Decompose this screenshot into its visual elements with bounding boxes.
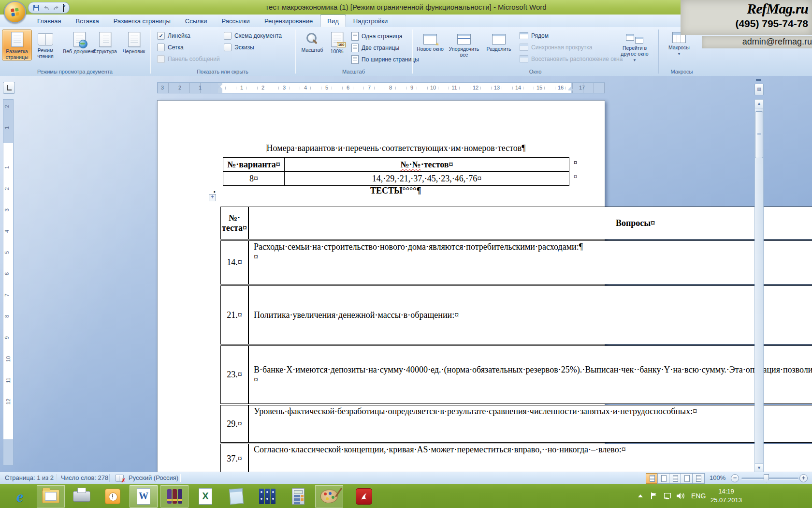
ruler-checkbox[interactable]: ✓ Линейка: [157, 32, 190, 40]
taskbar-adobe-reader[interactable]: [350, 485, 378, 508]
zoom-level[interactable]: 100%: [710, 472, 725, 484]
taskbar-internet-explorer[interactable]: e: [6, 485, 34, 508]
question-cell[interactable]: Расходы·семьи·на·строительство·нового·до…: [248, 240, 812, 284]
arrange-all-button[interactable]: Упорядочить все: [445, 30, 483, 58]
vertical-scrollbar[interactable]: ▲ ▼: [754, 99, 764, 473]
document-map-checkbox[interactable]: Схема документа: [224, 32, 282, 40]
print-layout-view-button[interactable]: [646, 473, 658, 484]
zoom-in-button[interactable]: +: [799, 474, 808, 482]
draft-view-button[interactable]: [692, 473, 705, 484]
gridlines-checkbox[interactable]: Сетка: [157, 44, 184, 51]
page-indicator[interactable]: Страница: 1 из 2: [5, 472, 54, 484]
language-indicator[interactable]: Русский (Россия): [129, 472, 178, 484]
taskbar-notes[interactable]: [222, 485, 250, 508]
col-header-num[interactable]: №· теста¤: [220, 207, 248, 239]
taskbar-scanner[interactable]: [68, 485, 96, 508]
outlook-icon: [105, 489, 120, 504]
zoom-button[interactable]: Масштаб: [298, 30, 326, 53]
zoom-out-button[interactable]: −: [731, 474, 739, 482]
variants-header-cell[interactable]: №·варианта¤: [223, 158, 285, 172]
proofing-error-icon[interactable]: [115, 475, 124, 482]
document-page[interactable]: Номера·вариантов·и·перечень·соответствую…: [157, 100, 605, 473]
question-cell[interactable]: Согласно·классической·концепции,·кривая·…: [248, 444, 812, 474]
tray-network[interactable]: [663, 484, 671, 508]
file-explorer-icon: [42, 490, 59, 503]
horizontal-ruler[interactable]: 3 2 1 1 2 3 4 5 6 7 8 9 10 11 12 13 14 1…: [157, 82, 605, 93]
web-view-button[interactable]: [669, 473, 682, 484]
page-width-button[interactable]: По ширине страницы: [351, 55, 419, 64]
left-indent-marker[interactable]: [218, 90, 222, 93]
tray-show-hidden-button[interactable]: [638, 484, 643, 508]
word-count[interactable]: Число слов: 278: [61, 472, 108, 484]
col-header-questions[interactable]: Вопросы¤: [248, 207, 812, 239]
question-cell[interactable]: Политика·увеличения·денежной·массы·в·обр…: [248, 285, 812, 344]
one-page-button[interactable]: Одна страница: [351, 32, 402, 41]
new-window-button[interactable]: Новое окно: [416, 30, 444, 52]
tab-stop-selector[interactable]: [3, 82, 15, 94]
zoom-slider-thumb[interactable]: [764, 474, 769, 482]
taskbar-word-active[interactable]: W: [130, 485, 158, 508]
zoom-100-button[interactable]: 100 100%: [326, 30, 348, 54]
tab-references[interactable]: Ссылки: [178, 15, 215, 27]
switch-windows-button[interactable]: Перейти в другое окно ▼: [614, 30, 655, 62]
checkbox-disabled-icon: [157, 55, 165, 63]
tray-action-center[interactable]: [651, 484, 656, 508]
ruler-number: 12: [473, 85, 478, 90]
tab-home[interactable]: Главная: [30, 15, 68, 27]
tray-language[interactable]: ENG: [691, 484, 706, 508]
table-move-handle-icon[interactable]: +: [209, 194, 216, 201]
group-label-macros: Макросы: [659, 69, 705, 75]
test-number-cell[interactable]: 29.¤: [220, 405, 248, 443]
tab-page-layout[interactable]: Разметка страницы: [106, 15, 178, 27]
variant-number-cell[interactable]: 8¤: [223, 172, 285, 186]
view-side-by-side-button[interactable]: Рядом: [520, 32, 549, 39]
question-cell[interactable]: Уровень·фактической·безработицы·определя…: [248, 405, 812, 443]
split-button[interactable]: Разделить: [484, 30, 514, 52]
split-handle[interactable]: [756, 79, 761, 81]
reading-mode-button[interactable]: Режим чтения: [32, 30, 59, 59]
tray-clock[interactable]: 14:19 25.07.2013: [710, 484, 742, 508]
reading-view-button[interactable]: [657, 473, 670, 484]
test-number-cell[interactable]: 21.¤: [220, 285, 248, 344]
test-number-cell[interactable]: 37.¤: [220, 444, 248, 474]
tab-insert[interactable]: Вставка: [68, 15, 106, 27]
tab-addins[interactable]: Надстройки: [346, 15, 395, 27]
print-layout-button[interactable]: Разметка страницы: [2, 30, 32, 60]
tests-numbers-header-cell[interactable]: №·№·тестов¤ ¤: [285, 158, 569, 172]
qat-customize-icon[interactable]: ▾: [63, 4, 64, 12]
tab-mailings[interactable]: Рассылки: [215, 15, 257, 27]
taskbar-outlook[interactable]: [99, 485, 127, 508]
draft-view-button[interactable]: Черновик: [120, 30, 148, 54]
test-number-cell[interactable]: 14.¤: [220, 240, 248, 284]
tab-review[interactable]: Рецензирование: [257, 15, 320, 27]
scroll-up-button[interactable]: ▲: [755, 100, 763, 108]
tests-numbers-cell[interactable]: 14,·29,·21,·37,·45,·23,·46,·76¤ ¤: [285, 172, 569, 186]
taskbar-library[interactable]: [253, 485, 281, 508]
outline-view-button[interactable]: [681, 473, 693, 484]
ruler-toggle-button[interactable]: ▤: [754, 84, 764, 95]
taskbar-paint[interactable]: [315, 485, 343, 508]
zoom-slider-track[interactable]: [741, 478, 798, 479]
save-icon[interactable]: [33, 5, 39, 11]
taskbar-excel[interactable]: X: [191, 485, 219, 508]
taskbar-calculator[interactable]: [284, 485, 312, 508]
word-icon: W: [137, 488, 150, 505]
row-end-mark: ¤: [574, 159, 577, 167]
taskbar-winrar[interactable]: [160, 485, 188, 508]
vertical-ruler[interactable]: 2 1 1 2 3 4 5 6 7 8 9 10 11 12: [3, 99, 14, 465]
thumbnails-checkbox[interactable]: Эскизы: [224, 44, 254, 51]
tray-volume[interactable]: [676, 484, 685, 508]
scrollbar-thumb[interactable]: [755, 111, 763, 158]
outline-view-button[interactable]: Структура: [91, 30, 119, 54]
group-label-document-views: Режимы просмотра документа: [0, 69, 150, 75]
redo-icon[interactable]: [53, 5, 59, 11]
test-number-cell[interactable]: 23.¤: [220, 345, 248, 404]
tab-view[interactable]: Вид: [320, 15, 346, 27]
ruler-number: 1: [4, 126, 10, 129]
undo-icon[interactable]: [43, 5, 49, 11]
taskbar-file-explorer[interactable]: [37, 485, 65, 508]
scroll-down-button[interactable]: ▼: [755, 463, 763, 472]
office-button[interactable]: [4, 1, 26, 23]
two-pages-button[interactable]: Две страницы: [351, 44, 399, 52]
question-cell[interactable]: В·банке·X·имеются·депозиты·на·сумму·4000…: [248, 345, 812, 404]
